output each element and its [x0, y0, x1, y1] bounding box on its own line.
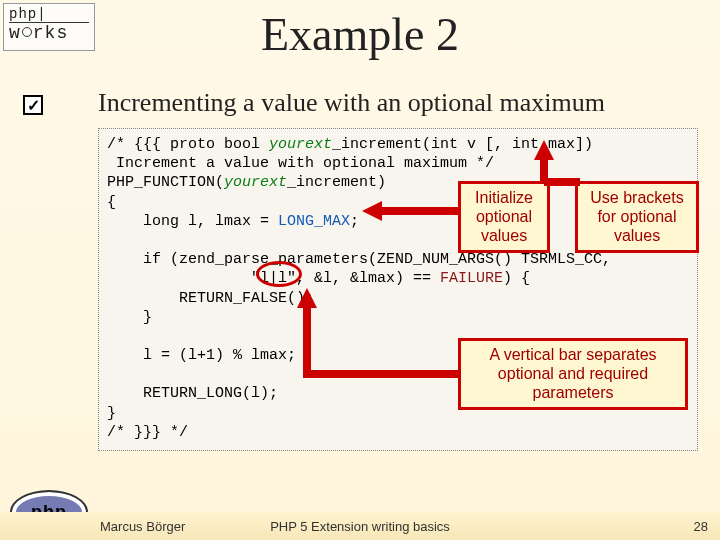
checkbox-icon: ✓	[23, 95, 43, 115]
arrow-head-icon	[534, 140, 554, 160]
arrow-head-icon	[362, 201, 382, 221]
callout-brackets: Use bracketsfor optionalvalues	[575, 181, 699, 253]
footer-author: Marcus Börger	[100, 519, 185, 534]
slide-subtitle: Incrementing a value with an optional ma…	[98, 88, 605, 118]
footer-page: 28	[694, 519, 708, 534]
slide-footer: Marcus Börger PHP 5 Extension writing ba…	[0, 512, 720, 540]
callout-initialize: Initializeoptionalvalues	[458, 181, 550, 253]
arrow-line	[544, 178, 580, 186]
slide-title: Example 2	[0, 8, 720, 61]
highlight-ellipse	[256, 261, 302, 287]
arrow-line	[303, 370, 459, 378]
arrow-head-icon	[297, 288, 317, 308]
arrow-line	[303, 304, 311, 378]
callout-vbar: A vertical bar separatesoptional and req…	[458, 338, 688, 410]
arrow-line	[380, 207, 458, 215]
